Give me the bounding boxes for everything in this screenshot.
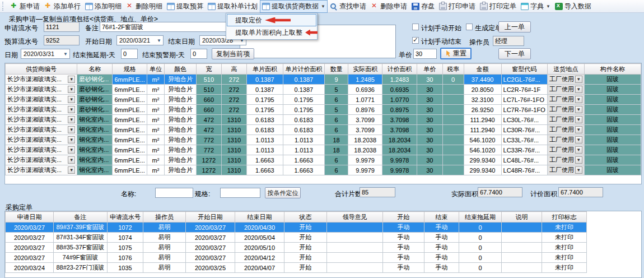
cell-amount[interactable]: 32.3100 [464, 95, 501, 105]
cell-start-date[interactable]: 2020/03/27 [186, 253, 235, 263]
cell-tax-rate[interactable] [442, 125, 464, 135]
column-header-spec[interactable]: 规格 [113, 64, 147, 75]
cell-unit-price[interactable]: 30 [417, 85, 442, 95]
cell-amount[interactable]: 111.2940 [464, 115, 501, 125]
cell-end-date[interactable]: 2020/04/07 [235, 263, 284, 273]
cell-end[interactable]: 手动 [424, 223, 459, 233]
table-row[interactable]: 长沙市潇湘玻璃实...▼磨砂钢化...6mmPLE...m²异地合片660272… [6, 95, 641, 105]
cell-part-name[interactable]: 固玻 [584, 105, 641, 115]
cell-piece-price-area[interactable]: 1.6663 [283, 165, 324, 175]
cell-part-name[interactable]: 固玻 [584, 155, 641, 165]
cell-end[interactable]: 手动 [424, 233, 459, 243]
cell-leader-opinion[interactable] [327, 253, 383, 263]
cell-spec[interactable]: 6mmPLE... [113, 95, 147, 105]
cell-spec[interactable]: 6mmPLE... [113, 135, 147, 145]
cell-name[interactable]: 磨砂钢化... [77, 75, 113, 85]
cell-supplier[interactable]: 长沙市潇湘玻璃实...▼ [6, 95, 77, 105]
cell-price-area[interactable]: 9.9978 [382, 155, 417, 165]
cell-end-delay[interactable]: 0 [459, 263, 502, 273]
cell-price-area[interactable]: 18.2034 [382, 135, 417, 145]
cell-amount[interactable]: 20.8050 [464, 85, 501, 95]
cell-unit[interactable]: m² [147, 105, 164, 115]
column-header-actual-area[interactable]: 实际面积 [348, 64, 382, 75]
table-row[interactable]: 长沙市潇湘玻璃实...▼钢化室内...6mmPLE...m²异地合片772131… [6, 135, 641, 145]
table-row[interactable]: 长沙市潇湘玻璃实...▼磨砂钢化...6mmPLE...m²异地合片660272… [6, 105, 641, 115]
cell-note[interactable] [502, 243, 542, 253]
cell-height[interactable]: 1310 [221, 115, 246, 125]
cell-delivery-location[interactable]: 工厂使用▼ [547, 125, 584, 135]
cell-name[interactable]: 钢化室内... [77, 125, 113, 135]
column-header-part-name[interactable]: 构件名称 [584, 64, 641, 75]
cell-color[interactable]: 异地合片 [164, 95, 196, 105]
cell-note[interactable] [502, 263, 542, 273]
cell-price-area[interactable]: 1.2483 [382, 75, 417, 85]
cell-unit-price[interactable]: 30 [417, 165, 442, 175]
cell-delivery-location[interactable]: 工厂使用▼ [547, 75, 584, 85]
column-header-remark[interactable]: 备注 [54, 212, 108, 223]
cell-qty[interactable]: 9 [325, 75, 348, 85]
import-data-button[interactable]: 导入数据 [553, 0, 594, 13]
find-request-button[interactable]: 查找申请 [328, 0, 368, 13]
chevron-down-icon[interactable]: ▼ [575, 156, 582, 164]
cell-amount[interactable]: 299.9340 [464, 155, 501, 165]
table-row[interactable]: 长沙市潇湘玻璃实...▼磨砂钢化...6mmPLE...m²异地合片510272… [6, 75, 641, 85]
cell-start[interactable]: 手动 [383, 243, 424, 253]
cell-delivery-location[interactable]: 工厂使用▼ [547, 95, 584, 105]
cell-amount[interactable]: 546.1020 [464, 145, 501, 155]
cell-delivery-location[interactable]: 工厂使用▼ [547, 155, 584, 165]
cell-unit[interactable]: m² [147, 145, 164, 155]
cell-operator[interactable]: 易明 [143, 253, 186, 263]
cell-end-date[interactable]: 2020/04/30 [235, 223, 284, 233]
cell-leader-opinion[interactable] [327, 263, 383, 273]
cell-height[interactable]: 1310 [221, 145, 246, 155]
column-header-request-sn[interactable]: 申请流水号 [108, 212, 143, 223]
table-row[interactable]: 长沙市潇湘玻璃实...▼钢化室内...6mmPLE...m²异地合片127213… [6, 165, 641, 175]
cell-part-name[interactable]: 固玻 [584, 115, 641, 125]
cell-color[interactable]: 异地合片 [164, 105, 196, 115]
chevron-down-icon[interactable]: ▼ [68, 96, 75, 103]
cell-amount[interactable]: 111.2940 [464, 125, 501, 135]
delete-detail-button[interactable]: 删除明细 [124, 0, 165, 13]
cell-note[interactable] [502, 253, 542, 263]
column-header-window-code[interactable]: 窗型代码 [501, 64, 547, 75]
cell-spec[interactable]: 6mmPLE... [113, 165, 147, 175]
cell-request-date[interactable]: 2020/03/27 [6, 243, 54, 253]
cell-height[interactable]: 1310 [221, 165, 246, 175]
table-row[interactable]: 长沙市潇湘玻璃实...▼钢化室内...6mmPLE...m²异地合片127213… [6, 155, 641, 165]
table-row[interactable]: 长沙市潇湘玻璃实...▼磨砂钢化...6mmPLE...m²异地合片510272… [6, 85, 641, 95]
cell-start-date[interactable]: 2020/03/27 [186, 223, 235, 233]
cell-delivery-location[interactable]: 工厂使用▼ [547, 145, 584, 155]
cell-price-area[interactable]: 3.7098 [382, 115, 417, 125]
cell-tax-rate[interactable] [442, 95, 464, 105]
cell-delivery-location[interactable]: 工厂使用▼ [547, 115, 584, 125]
cell-height[interactable]: 272 [221, 75, 246, 85]
cell-print-flag[interactable]: 未打印 [542, 223, 587, 233]
cell-spec[interactable]: 6mmPLE... [113, 145, 147, 155]
cell-color[interactable]: 异地合片 [164, 135, 196, 145]
cell-window-code[interactable]: LC30R-76#... [501, 125, 547, 135]
column-header-price-area[interactable]: 计价面积 [382, 64, 417, 75]
cell-start[interactable]: 手动 [383, 263, 424, 273]
cell-tax-rate[interactable] [442, 145, 464, 155]
cell-start-date[interactable]: 2020/03/25 [186, 263, 235, 273]
cell-note[interactable] [502, 223, 542, 233]
cell-price-area[interactable]: 0.8975 [382, 105, 417, 115]
column-header-end-date[interactable]: 结束日期 [235, 212, 284, 223]
chevron-down-icon[interactable]: ▼ [68, 116, 75, 123]
add-row-button[interactable]: 添加单行 [42, 0, 83, 13]
chevron-down-icon[interactable]: ▼ [575, 76, 582, 83]
chevron-down-icon[interactable]: ▼ [68, 156, 75, 164]
cell-piece-price-area[interactable]: 1.0113 [283, 135, 324, 145]
cell-leader-opinion[interactable] [327, 243, 383, 253]
cell-supplier[interactable]: 长沙市潇湘玻璃实...▼ [6, 155, 77, 165]
cell-unit-price[interactable]: 30 [417, 135, 442, 145]
cell-name[interactable]: 磨砂钢化... [77, 105, 113, 115]
cell-amount[interactable]: 37.4490 [464, 75, 501, 85]
request-sn-field[interactable] [44, 22, 80, 32]
column-header-tax-rate[interactable]: 税率 [442, 64, 464, 75]
cell-unit-price[interactable]: 30 [417, 95, 442, 105]
delete-request-button[interactable]: 删除申请 [368, 0, 409, 13]
cell-supplier[interactable]: 长沙市潇湘玻璃实...▼ [6, 145, 77, 155]
column-header-leader-opinion[interactable]: 领导意见 [327, 212, 383, 223]
cell-height[interactable]: 272 [221, 105, 246, 115]
